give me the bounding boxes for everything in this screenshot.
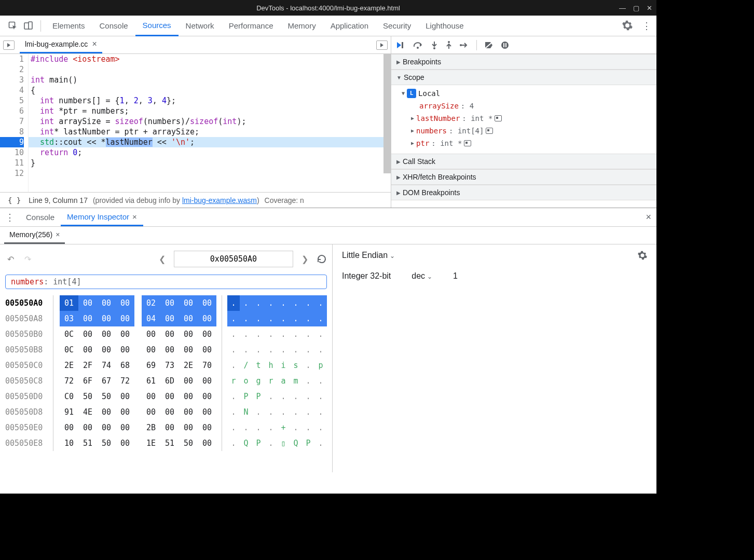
xhr-breakpoints-header[interactable]: ▶XHR/fetch Breakpoints bbox=[391, 169, 656, 185]
drawer-tab-memory-inspector[interactable]: Memory Inspector × bbox=[61, 208, 143, 226]
history-forward-icon[interactable]: ↷ bbox=[22, 252, 33, 266]
scope-var-numbers[interactable]: ▶ numbers: int[4] bbox=[402, 125, 656, 137]
integer-value: 1 bbox=[453, 271, 458, 281]
endianness-toggle[interactable]: Little Endian⌄ bbox=[342, 251, 395, 260]
debug-source-link[interactable]: lmi-bug-example.wasm bbox=[182, 196, 257, 204]
svg-point-7 bbox=[460, 44, 462, 46]
scrollbar-thumb[interactable] bbox=[383, 54, 391, 173]
hex-row: 005050B80C00000000000000........ bbox=[5, 342, 327, 358]
memory-settings-gear-icon[interactable] bbox=[638, 251, 647, 260]
main-tab-sources[interactable]: Sources bbox=[135, 16, 179, 36]
step-icon[interactable] bbox=[460, 42, 469, 49]
reveal-memory-icon[interactable] bbox=[486, 128, 493, 134]
resume-icon[interactable] bbox=[396, 42, 406, 49]
hex-row: 005050D8914E000000000000.N...... bbox=[5, 404, 327, 420]
scope-header[interactable]: ▼Scope bbox=[391, 70, 656, 85]
drawer-tab-console[interactable]: Console bbox=[20, 208, 61, 226]
dom-breakpoints-header[interactable]: ▶DOM Breakpoints bbox=[391, 185, 656, 200]
reveal-memory-icon[interactable] bbox=[495, 115, 502, 121]
main-tab-console[interactable]: Console bbox=[92, 16, 135, 36]
svg-point-5 bbox=[433, 47, 435, 49]
main-tab-memory[interactable]: Memory bbox=[281, 16, 323, 36]
close-drawer-icon[interactable]: × bbox=[646, 212, 651, 223]
close-tab-icon[interactable]: × bbox=[92, 39, 97, 49]
coverage-text: Coverage: n bbox=[265, 196, 304, 204]
callstack-header[interactable]: ▶Call Stack bbox=[391, 154, 656, 169]
inspect-element-icon[interactable] bbox=[5, 18, 21, 34]
memory-buffer-tab[interactable]: Memory(256) × bbox=[4, 227, 65, 244]
scope-var-ptr[interactable]: ▶ ptr: int * bbox=[402, 137, 656, 149]
main-tab-elements[interactable]: Elements bbox=[45, 16, 92, 36]
svg-rect-2 bbox=[29, 22, 32, 29]
minimize-icon[interactable]: — bbox=[619, 4, 626, 12]
integer-type-label: Integer 32-bit bbox=[342, 271, 391, 281]
svg-point-6 bbox=[448, 41, 450, 43]
window-titlebar: DevTools - localhost:4000/lmi-bug-exampl… bbox=[0, 0, 656, 16]
main-tab-bar: ElementsConsoleSourcesNetworkPerformance… bbox=[0, 16, 656, 36]
close-window-icon[interactable]: ✕ bbox=[647, 4, 652, 12]
hex-row: 005050A80300000004000000........ bbox=[5, 311, 327, 326]
step-into-icon[interactable] bbox=[431, 41, 438, 49]
pause-exceptions-icon[interactable] bbox=[501, 41, 509, 49]
hex-row: 005050E0000000002B000000....+... bbox=[5, 420, 327, 435]
svg-point-4 bbox=[417, 47, 419, 49]
close-memory-tab-icon[interactable]: × bbox=[56, 230, 60, 239]
reveal-memory-icon[interactable] bbox=[464, 140, 471, 146]
history-back-icon[interactable]: ↶ bbox=[5, 252, 16, 266]
integer-format-toggle[interactable]: dec⌄ bbox=[412, 271, 432, 281]
format-braces-icon[interactable]: { } bbox=[5, 195, 23, 206]
settings-gear-icon[interactable] bbox=[622, 20, 633, 32]
step-over-icon[interactable] bbox=[413, 42, 423, 49]
main-tab-performance[interactable]: Performance bbox=[222, 16, 281, 36]
main-tab-lighthouse[interactable]: Lighthouse bbox=[418, 16, 471, 36]
step-out-icon[interactable] bbox=[445, 41, 453, 49]
debug-play-icon[interactable] bbox=[3, 40, 15, 50]
scope-var-arraySize[interactable]: arraySize: 4 bbox=[402, 100, 656, 112]
svg-rect-11 bbox=[505, 43, 506, 47]
main-tab-application[interactable]: Application bbox=[323, 16, 376, 36]
refresh-icon[interactable] bbox=[317, 254, 327, 264]
address-input[interactable] bbox=[174, 251, 293, 267]
deactivate-breakpoints-icon[interactable] bbox=[484, 41, 493, 49]
drawer-menu-icon[interactable]: ⋮ bbox=[5, 212, 15, 223]
svg-rect-10 bbox=[503, 43, 504, 47]
main-tab-network[interactable]: Network bbox=[179, 16, 222, 36]
scope-var-lastNumber[interactable]: ▶ lastNumber: int * bbox=[402, 112, 656, 125]
svg-point-9 bbox=[501, 42, 509, 49]
hex-row: 005050D0C050500000000000.PP..... bbox=[5, 389, 327, 404]
svg-rect-3 bbox=[402, 42, 403, 48]
variable-chip[interactable]: numbers: int[4] bbox=[5, 275, 327, 289]
main-tab-security[interactable]: Security bbox=[376, 16, 418, 36]
device-toggle-icon[interactable] bbox=[21, 18, 36, 34]
hex-row: 005050C8726F6772616D0000rogram.. bbox=[5, 373, 327, 389]
hex-row: 005050C02E2F746869732E70./this.p bbox=[5, 358, 327, 373]
close-drawer-tab-icon[interactable]: × bbox=[132, 212, 137, 221]
hex-row: 005050A00100000002000000........ bbox=[5, 295, 327, 311]
window-title: DevTools - localhost:4000/lmi-bug-exampl… bbox=[256, 4, 400, 12]
kebab-menu-icon[interactable]: ⋮ bbox=[642, 20, 651, 32]
breakpoints-header[interactable]: ▶Breakpoints bbox=[391, 54, 656, 70]
maximize-icon[interactable]: ▢ bbox=[633, 4, 639, 12]
hex-row: 005050E8105150001E515000.QP.▯QP. bbox=[5, 435, 327, 451]
file-tab[interactable]: lmi-bug-example.cc × bbox=[20, 36, 102, 53]
cursor-position: Line 9, Column 17 bbox=[29, 196, 88, 204]
hex-row: 005050B00C00000000000000........ bbox=[5, 326, 327, 342]
run-snippet-icon[interactable] bbox=[376, 40, 388, 50]
page-prev-icon[interactable]: ❮ bbox=[157, 252, 168, 266]
page-next-icon[interactable]: ❯ bbox=[299, 252, 310, 266]
file-tab-name: lmi-bug-example.cc bbox=[25, 40, 88, 48]
